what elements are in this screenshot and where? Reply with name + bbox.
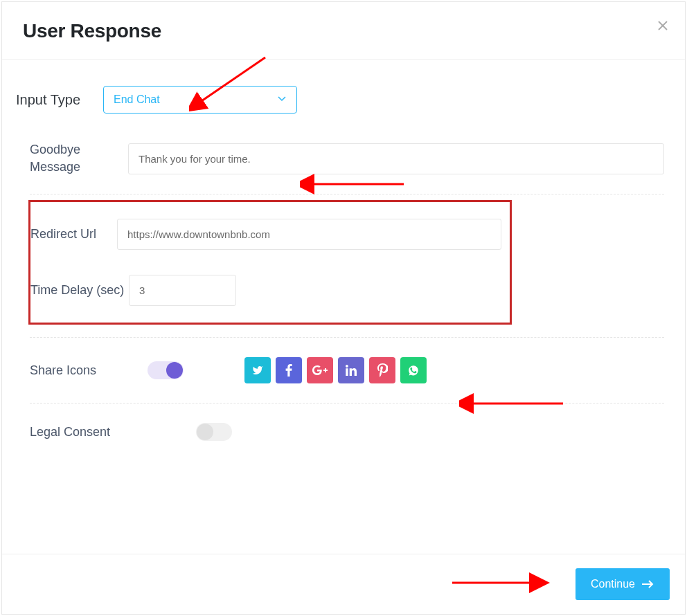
- continue-label: Continue: [591, 578, 635, 590]
- facebook-button[interactable]: [276, 357, 302, 383]
- modal-body: Input Type End Chat Goodbye Message Redi…: [2, 60, 685, 554]
- modal-title: User Response: [23, 20, 664, 42]
- close-icon: [657, 20, 668, 31]
- content-block: Goodbye Message Redirect Url Time Delay …: [16, 129, 672, 455]
- google-plus-button[interactable]: [307, 357, 333, 383]
- input-type-label: Input Type: [16, 92, 91, 108]
- goodbye-message-label: Goodbye Message: [30, 141, 128, 176]
- input-type-select[interactable]: End Chat: [103, 86, 297, 114]
- redirect-highlight-box: Redirect Url Time Delay (sec): [28, 200, 512, 325]
- time-delay-label: Time Delay (sec): [30, 282, 129, 299]
- google-plus-icon: [312, 365, 328, 375]
- time-delay-input[interactable]: [129, 275, 236, 306]
- time-delay-row: Time Delay (sec): [30, 262, 501, 318]
- pinterest-icon: [377, 363, 388, 377]
- divider: [30, 194, 664, 194]
- redirect-url-row: Redirect Url: [30, 206, 501, 262]
- goodbye-message-row: Goodbye Message: [30, 129, 664, 188]
- whatsapp-icon: [407, 364, 420, 377]
- chevron-down-icon: [277, 93, 287, 106]
- arrow-right-icon: [642, 579, 654, 589]
- share-icons-label: Share Icons: [30, 362, 148, 379]
- input-type-value: End Chat: [114, 93, 160, 106]
- close-button[interactable]: [657, 19, 668, 34]
- linkedin-icon: [346, 365, 357, 376]
- toggle-thumb: [197, 424, 213, 440]
- divider: [30, 337, 664, 338]
- modal-header: User Response: [2, 2, 685, 60]
- whatsapp-button[interactable]: [400, 357, 427, 383]
- divider: [30, 403, 664, 404]
- twitter-button[interactable]: [244, 357, 271, 383]
- input-type-row: Input Type End Chat: [16, 86, 672, 114]
- redirect-url-input[interactable]: [117, 219, 501, 250]
- twitter-icon: [252, 365, 263, 376]
- continue-button[interactable]: Continue: [576, 568, 670, 600]
- user-response-modal: User Response Input Type End Chat Goodby…: [1, 1, 686, 615]
- legal-consent-row: Legal Consent: [30, 409, 664, 455]
- share-icons-row: Share Icons: [30, 343, 664, 397]
- facebook-icon: [285, 364, 292, 377]
- modal-footer: Continue: [2, 554, 685, 614]
- goodbye-message-input[interactable]: [128, 143, 664, 174]
- redirect-url-label: Redirect Url: [30, 226, 117, 243]
- pinterest-button[interactable]: [369, 357, 395, 383]
- legal-consent-label: Legal Consent: [30, 424, 196, 441]
- toggle-thumb: [166, 362, 183, 379]
- share-icons-toggle[interactable]: [148, 361, 184, 379]
- share-icons-group: [244, 357, 427, 383]
- linkedin-button[interactable]: [338, 357, 364, 383]
- legal-consent-toggle[interactable]: [196, 423, 232, 441]
